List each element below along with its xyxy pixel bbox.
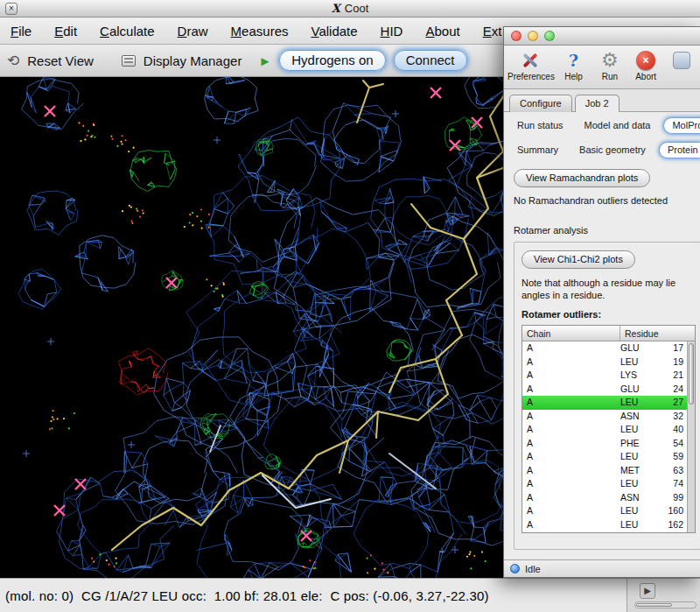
reset-view-button[interactable]: Reset View <box>27 53 94 68</box>
cell-number: 74 <box>657 477 683 491</box>
table-row[interactable]: ALYS21 <box>522 369 695 383</box>
tab-basic-geometry[interactable]: Basic geometry <box>571 143 654 158</box>
preferences-label: Preferences <box>508 72 553 81</box>
view-ramachandran-plots-button[interactable]: View Ramachandran plots <box>514 169 650 187</box>
abort-button[interactable]: ×Abort <box>631 48 662 88</box>
cell-residue: LEU <box>620 423 657 437</box>
connect-toggle-button[interactable]: Connect <box>394 50 467 71</box>
column-header-residue[interactable]: Residue <box>620 328 659 339</box>
cell-residue: PHE <box>620 437 657 451</box>
cell-number: 99 <box>657 491 683 505</box>
cell-residue: ASN <box>620 410 657 424</box>
status-orb-icon <box>510 564 520 573</box>
cell-residue: GLU <box>620 383 657 397</box>
table-row[interactable]: AGLU24 <box>522 383 695 397</box>
table-row[interactable]: AMET63 <box>522 464 695 478</box>
table-vertical-scrollbar[interactable] <box>687 341 695 532</box>
coot-statusbar: (mol. no: 0) CG /1/A/27 LEU occ: 1.00 bf… <box>0 578 700 612</box>
display-manager-icon[interactable] <box>122 55 136 67</box>
cell-residue: LEU <box>620 396 657 410</box>
table-row[interactable]: ALEU19 <box>522 355 695 369</box>
clipped-toolbar-icon <box>667 48 697 72</box>
statusbar-right-panel: ▶ <box>626 579 700 612</box>
tab-configure[interactable]: Configure <box>509 95 572 112</box>
menu-item-validate[interactable]: Validate <box>311 24 357 39</box>
horizontal-scrollbar-thumb[interactable] <box>636 603 672 607</box>
tab-summary[interactable]: Summary <box>509 143 566 158</box>
tab-protein[interactable]: Protein <box>659 142 700 158</box>
cell-number: 17 <box>657 341 683 355</box>
column-header-chain[interactable]: Chain <box>522 326 620 341</box>
menu-item-measures[interactable]: Measures <box>231 24 289 39</box>
clipped-toolbar-button[interactable] <box>667 48 697 88</box>
table-row[interactable]: AASN99 <box>522 491 695 505</box>
help-button[interactable]: ?Help <box>558 48 589 88</box>
cell-chain: A <box>522 464 620 478</box>
phenix-status-text: Idle <box>525 564 541 574</box>
cell-residue: ASN <box>620 491 657 505</box>
menu-item-edit[interactable]: Edit <box>54 24 77 39</box>
rotamer-outliers-label: Rotamer outliers: <box>522 309 700 320</box>
table-scrollbar-thumb[interactable] <box>689 343 694 404</box>
table-row[interactable]: ALEU40 <box>522 423 695 437</box>
validation-content: View Ramachandran plots No Ramachandran … <box>504 161 700 559</box>
table-row[interactable]: ALEU59 <box>522 450 695 464</box>
menu-item-draw[interactable]: Draw <box>178 24 208 39</box>
hydrogens-toggle-button[interactable]: Hydrogens on <box>279 50 385 71</box>
tab-job-2[interactable]: Job 2 <box>575 95 620 112</box>
run-label: Run <box>594 72 625 81</box>
cell-number: 59 <box>657 450 683 464</box>
expand-right-button[interactable]: ▶ <box>640 583 655 599</box>
ramachandran-result-text: No Ramachandran outliers detected <box>514 195 700 206</box>
horizontal-scrollbar[interactable] <box>634 601 696 608</box>
cell-number: 19 <box>657 355 683 369</box>
go-arrow-icon[interactable]: ► <box>258 53 271 68</box>
table-row[interactable]: AASN32 <box>522 410 695 424</box>
table-header-row: Chain Residue <box>522 326 695 341</box>
table-row[interactable]: ALEU160 <box>522 504 695 518</box>
cell-chain: A <box>522 504 620 518</box>
table-row[interactable]: ALEU74 <box>522 477 695 491</box>
reset-view-icon[interactable]: ⟲ <box>7 52 19 70</box>
menu-item-hid[interactable]: HID <box>381 24 403 39</box>
view-chi1-chi2-plots-button[interactable]: View Chi1-Chi2 plots <box>522 250 635 269</box>
phenix-titlebar <box>504 27 700 46</box>
cell-residue: MET <box>620 464 657 478</box>
cell-chain: A <box>522 355 620 369</box>
menu-item-about[interactable]: About <box>425 24 459 39</box>
table-row[interactable]: ALEU27 <box>522 396 695 410</box>
cell-chain: A <box>522 518 620 532</box>
table-row[interactable]: ALEU162 <box>522 518 695 532</box>
minimize-traffic-light[interactable] <box>528 31 538 41</box>
display-manager-button[interactable]: Display Manager <box>144 53 242 68</box>
window-close-icon[interactable]: × <box>5 3 18 15</box>
cell-chain: A <box>522 383 620 397</box>
tab-run-status[interactable]: Run status <box>509 118 571 133</box>
preferences-button[interactable]: Preferences <box>508 48 553 88</box>
tab-molprobity[interactable]: MolProbity <box>663 117 700 134</box>
menu-item-file[interactable]: File <box>10 24 32 39</box>
window-title-text: Coot <box>345 2 368 15</box>
cell-chain: A <box>522 437 620 451</box>
cell-number: 160 <box>657 504 683 518</box>
cell-residue: LEU <box>620 450 657 464</box>
cell-number: 162 <box>657 518 683 532</box>
menu-item-calculate[interactable]: Calculate <box>100 24 155 39</box>
table-body: AGLU17ALEU19ALYS21AGLU24ALEU27AASN32ALEU… <box>522 341 695 532</box>
cell-chain: A <box>522 369 620 383</box>
tabs-section-row: Run statusModel and dataMolProbity <box>504 112 700 137</box>
cell-residue: GLU <box>620 341 657 355</box>
tab-model-and-data[interactable]: Model and data <box>577 118 659 133</box>
table-row[interactable]: AGLU17 <box>522 341 695 355</box>
close-traffic-light[interactable] <box>511 31 522 41</box>
cell-chain: A <box>522 477 620 491</box>
run-button[interactable]: ⚙Run <box>594 48 625 88</box>
zoom-traffic-light[interactable] <box>544 31 555 41</box>
cell-residue: LEU <box>620 355 657 369</box>
table-row[interactable]: APHE54 <box>522 437 695 451</box>
cell-number: 24 <box>657 383 683 397</box>
help-icon: ? <box>558 48 589 72</box>
phenix-statusbar: Idle <box>504 559 700 577</box>
preferences-icon <box>508 48 553 72</box>
menu-item-ext[interactable]: Ext <box>483 24 502 39</box>
